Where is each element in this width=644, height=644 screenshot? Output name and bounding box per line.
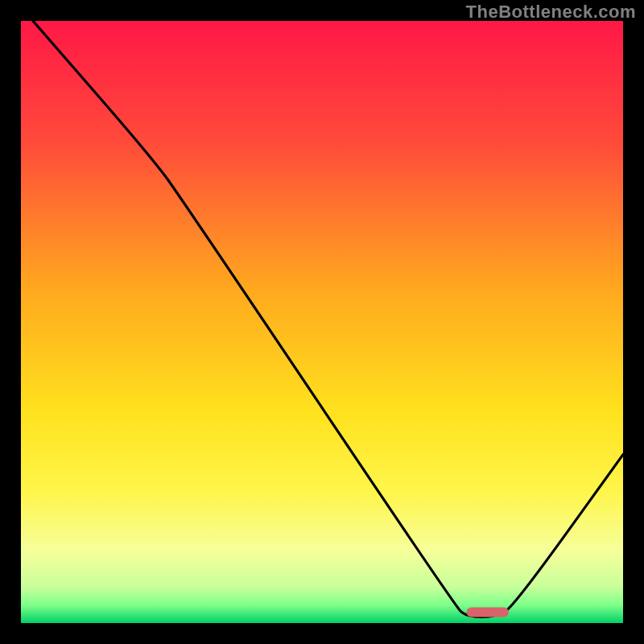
chart-stage: TheBottleneck.com — [0, 0, 644, 644]
optimal-range-marker — [467, 608, 509, 617]
bottleneck-chart-svg — [21, 21, 623, 623]
watermark-text: TheBottleneck.com — [466, 2, 636, 23]
plot-area — [21, 21, 623, 623]
